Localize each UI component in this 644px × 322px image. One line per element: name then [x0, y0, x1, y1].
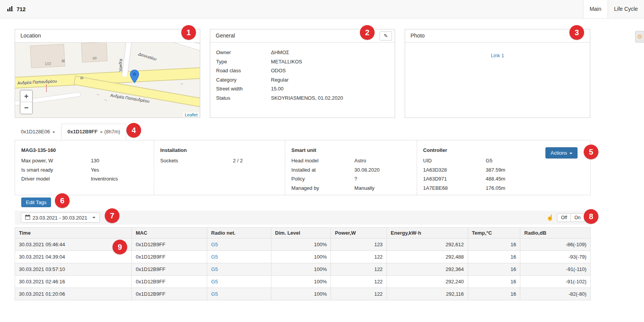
device-info-column-smart-unit: Smart unit Head modelAstro Installed at3…	[285, 140, 417, 195]
cell-time: 30.03.2021 03:57:10	[15, 263, 132, 276]
cell-energy: 292,240	[387, 276, 468, 288]
radio-net-link[interactable]: G5	[211, 242, 218, 247]
cell-dim-level: 100%	[271, 276, 331, 288]
table-row: 30.03.2021 02:46:16 0x1D12B9FF G5 100% 1…	[15, 276, 591, 288]
field-value: ODOS	[271, 66, 286, 75]
info-value: Manually	[354, 184, 375, 193]
field-row: OwnerΔΗΜΟΣ	[216, 48, 389, 57]
column-title: Installation	[160, 146, 279, 155]
actions-dropdown-button[interactable]: Actions	[545, 147, 578, 158]
device-uptime: (8h7m)	[104, 129, 120, 135]
map-building: 98	[81, 43, 108, 63]
header-power: Power,W	[331, 228, 387, 239]
info-label: 1A63D971	[423, 174, 486, 184]
field-label: Type	[216, 57, 271, 66]
cell-mac: 0x1D12B9FF	[132, 288, 207, 300]
cell-dim-level: 100%	[271, 263, 331, 276]
cell-mac: 0x1D12B9FF	[132, 276, 207, 288]
device-tab-label: 0x1D128E06	[21, 129, 50, 135]
info-value: Inventronics	[91, 174, 118, 184]
cell-dim-level: 100%	[271, 288, 331, 300]
on-button[interactable]: On	[571, 213, 584, 222]
pointer-icon: ☝	[546, 214, 554, 221]
field-label: Road class	[216, 66, 271, 75]
caret-down-icon	[569, 153, 572, 154]
info-label: Head model	[291, 156, 354, 165]
annotation-badge-5: 5	[584, 145, 598, 159]
tab-life-cycle[interactable]: Life Cycle	[608, 0, 644, 18]
one-way-arrow-icon: →	[95, 91, 101, 97]
map[interactable]: 102 98 ▤ ▤ Ανδρέα Παπανδρέου Διονυσίου Κ…	[15, 43, 200, 118]
table-header-row: Time MAC Radio net. Dim. Level Power,W E…	[15, 228, 591, 239]
cell-energy: 292,364	[387, 263, 468, 276]
field-row: StatusSKOYRIASMENOS, 01.02.2020	[216, 94, 389, 103]
device-tabs: 0x1D128E06● 0x1D12B9FF●(8h7m)	[15, 124, 126, 139]
device-tab-1[interactable]: 0x1D128E06●	[15, 124, 61, 139]
cell-power: 122	[331, 276, 387, 288]
header-radio-db: Radio,dB	[520, 228, 591, 239]
info-label: Sockets	[160, 156, 233, 165]
radio-net-link[interactable]: G5	[211, 254, 218, 260]
field-label: Status	[216, 94, 271, 103]
caret-down-icon	[92, 217, 95, 218]
zoom-out-button[interactable]: −	[20, 102, 32, 114]
info-label: UID	[423, 156, 486, 165]
cell-temp: 16	[468, 263, 520, 276]
edit-tags-button[interactable]: Edit Tags	[21, 198, 51, 207]
info-label: Is smart ready	[21, 165, 91, 175]
cell-power: 122	[331, 288, 387, 300]
field-label: Street width	[216, 84, 271, 94]
cell-radio-db: -93(-79)	[520, 251, 591, 263]
cell-dim-level: 100%	[271, 251, 331, 263]
pencil-icon: ✎	[384, 33, 388, 39]
map-marker-icon[interactable]	[130, 70, 139, 84]
annotation-badge-3: 3	[569, 25, 584, 40]
cell-radio-db: -91(-110)	[520, 263, 591, 276]
cell-dim-level: 100%	[271, 239, 331, 251]
zoom-in-button[interactable]: +	[20, 90, 32, 102]
annotation-badge-1: 1	[181, 25, 196, 40]
building-icon: ▤	[61, 59, 65, 63]
edit-general-button[interactable]: ✎	[380, 31, 392, 41]
header-dim-level: Dim. Level	[271, 228, 331, 239]
table-row: 30.03.2021 04:39:04 0x1D12B9FF G5 100% 1…	[15, 251, 591, 263]
device-info-panel: MAG3-135-160 Max power, W130 Is smart re…	[15, 140, 591, 195]
cell-mac: 0x1D12B9FF	[132, 263, 207, 276]
telemetry-table: Time MAC Radio net. Dim. Level Power,W E…	[15, 227, 591, 300]
building-icon: ▤	[80, 76, 83, 80]
map-building: 102	[30, 44, 65, 68]
field-value: ΔΗΜΟΣ	[271, 48, 289, 57]
header-radio-net: Radio net.	[207, 228, 271, 239]
device-tab-2[interactable]: 0x1D12B9FF●(8h7m)	[61, 124, 126, 140]
bar-chart-icon	[7, 6, 13, 12]
off-button[interactable]: Off	[557, 213, 571, 222]
annotation-badge-6: 6	[55, 193, 70, 208]
radio-net-link[interactable]: G5	[211, 291, 218, 297]
settings-gear-tab[interactable]: ⚙	[635, 31, 644, 43]
cell-mac: 0x1D12B9FF	[132, 239, 207, 251]
field-row: TypeMETALLIKOS	[216, 57, 389, 66]
info-value: 488.45m	[486, 174, 506, 184]
table-row: 30.03.2021 05:46:44 0x1D12B9FF G5 100% 1…	[15, 239, 591, 251]
cell-radio-net: G5	[207, 263, 271, 276]
table-row: 30.03.2021 01:20:06 0x1D12B9FF G5 100% 1…	[15, 288, 591, 300]
cell-time: 30.03.2021 02:46:16	[15, 276, 132, 288]
cell-temp: 16	[468, 239, 520, 251]
cell-temp: 16	[468, 251, 520, 263]
photo-link[interactable]: Link 1	[491, 53, 504, 58]
gear-icon: ⚙	[637, 33, 642, 40]
info-value: 130	[91, 156, 99, 165]
info-label: Driver model	[21, 174, 91, 184]
field-value: SKOYRIASMENOS, 01.02.2020	[271, 94, 343, 103]
tab-main[interactable]: Main	[583, 0, 608, 18]
device-counter: 712	[17, 6, 26, 12]
one-way-arrow-icon: ←	[180, 80, 185, 86]
cell-power: 122	[331, 251, 387, 263]
device-tab-label: 0x1D12B9FF	[67, 129, 97, 135]
leaflet-attribution[interactable]: Leaflet	[183, 112, 199, 117]
date-range-picker[interactable]: 23.03.2021 - 30.03.2021	[21, 213, 100, 223]
info-value: Yes	[91, 165, 99, 175]
radio-net-link[interactable]: G5	[211, 279, 218, 285]
cell-radio-net: G5	[207, 288, 271, 300]
radio-net-link[interactable]: G5	[211, 266, 218, 272]
